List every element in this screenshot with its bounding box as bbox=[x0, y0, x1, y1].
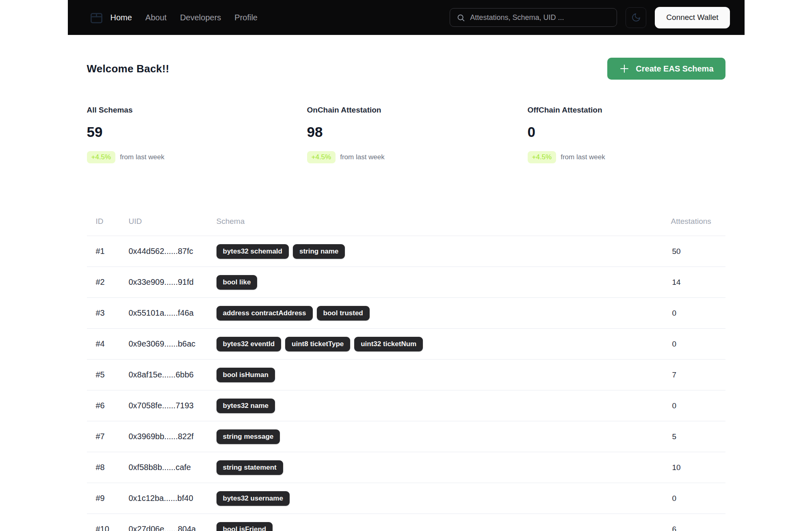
create-eas-schema-button[interactable]: Create EAS Schema bbox=[607, 58, 725, 80]
row-attestations: 0 bbox=[671, 340, 725, 349]
row-schema: bool like bbox=[217, 275, 671, 290]
stat-change-note: from last week bbox=[340, 153, 385, 161]
stat-label: OffChain Attestation bbox=[528, 106, 725, 115]
schema-pill: bool trusted bbox=[317, 306, 370, 321]
nav-right: Connect Wallet bbox=[450, 7, 730, 28]
row-schema: bytes32 name bbox=[217, 399, 671, 413]
navbar: HomeAboutDevelopersProfile Connect Walle… bbox=[68, 0, 745, 35]
row-uid: 0x1c12ba......bf40 bbox=[129, 494, 217, 503]
row-attestations: 14 bbox=[671, 278, 725, 287]
page-header: Welcome Back!! Create EAS Schema bbox=[87, 58, 725, 80]
schema-pill: bytes32 eventId bbox=[217, 337, 281, 351]
row-schema: bytes32 schemaIdstring name bbox=[217, 244, 671, 259]
row-id: #9 bbox=[96, 494, 129, 503]
plus-icon bbox=[619, 63, 630, 74]
table-row[interactable]: #90x1c12ba......bf40bytes32 username0 bbox=[87, 483, 725, 514]
stat-footer: +4.5%from last week bbox=[528, 151, 725, 163]
nav-links: HomeAboutDevelopersProfile bbox=[110, 13, 258, 22]
row-attestations: 10 bbox=[671, 463, 725, 472]
row-id: #1 bbox=[96, 247, 129, 256]
schema-pill: bool isHuman bbox=[217, 368, 275, 382]
nav-link-profile[interactable]: Profile bbox=[234, 13, 258, 22]
schema-pill: bytes32 username bbox=[217, 491, 290, 506]
row-attestations: 0 bbox=[671, 309, 725, 318]
brand-logo[interactable] bbox=[89, 10, 104, 25]
stat-value: 98 bbox=[307, 124, 528, 140]
stat-change-note: from last week bbox=[120, 153, 165, 161]
nav-link-home[interactable]: Home bbox=[110, 13, 132, 22]
schemas-table: ID UID Schema Attestations #10x44d562...… bbox=[87, 217, 725, 531]
row-schema: bool isFriend bbox=[217, 522, 671, 531]
row-attestations: 6 bbox=[671, 525, 725, 531]
search-input[interactable] bbox=[470, 13, 610, 22]
row-id: #8 bbox=[96, 463, 129, 472]
row-schema: bool isHuman bbox=[217, 368, 671, 382]
row-uid: 0x7058fe......7193 bbox=[129, 401, 217, 410]
row-id: #2 bbox=[96, 277, 129, 287]
row-id: #6 bbox=[96, 401, 129, 410]
table-row[interactable]: #80xf58b8b......cafestring statement10 bbox=[87, 452, 725, 483]
row-schema: bytes32 username bbox=[217, 491, 671, 506]
row-schema: address contractAddressbool trusted bbox=[217, 306, 671, 321]
create-eas-schema-label: Create EAS Schema bbox=[636, 64, 713, 74]
row-schema: string statement bbox=[217, 460, 671, 475]
nav-link-developers[interactable]: Developers bbox=[180, 13, 221, 22]
row-uid: 0x44d562......87fc bbox=[129, 247, 217, 256]
row-uid: 0xf58b8b......cafe bbox=[129, 463, 217, 472]
table-row[interactable]: #60x7058fe......7193bytes32 name0 bbox=[87, 390, 725, 421]
stat-change-badge: +4.5% bbox=[307, 151, 336, 163]
stat-change-badge: +4.5% bbox=[528, 151, 556, 163]
row-uid: 0x9e3069......b6ac bbox=[129, 339, 217, 349]
row-schema: string message bbox=[217, 429, 671, 444]
row-schema: bytes32 eventIduint8 ticketTypeuint32 ti… bbox=[217, 337, 671, 351]
column-header-id: ID bbox=[96, 217, 129, 226]
table-row[interactable]: #70x3969bb......822fstring message5 bbox=[87, 421, 725, 452]
row-attestations: 0 bbox=[671, 401, 725, 410]
stat-card-2: OffChain Attestation0+4.5%from last week bbox=[528, 106, 725, 163]
connect-wallet-button[interactable]: Connect Wallet bbox=[655, 7, 730, 28]
row-uid: 0x3969bb......822f bbox=[129, 432, 217, 441]
table-row[interactable]: #30x55101a......f46aaddress contractAddr… bbox=[87, 298, 725, 329]
moon-icon bbox=[631, 13, 641, 22]
schema-pill: bool isFriend bbox=[217, 522, 273, 531]
table-row[interactable]: #100x27d06e......804abool isFriend6 bbox=[87, 514, 725, 531]
schema-pill: string name bbox=[293, 244, 345, 259]
nav-link-about[interactable]: About bbox=[145, 13, 167, 22]
stat-label: OnChain Attestation bbox=[307, 106, 528, 115]
package-icon bbox=[89, 10, 104, 25]
stat-card-1: OnChain Attestation98+4.5%from last week bbox=[307, 106, 528, 163]
stat-change-note: from last week bbox=[561, 153, 605, 161]
search-icon bbox=[457, 13, 465, 22]
table-row[interactable]: #20x33e909......91fdbool like14 bbox=[87, 267, 725, 298]
row-uid: 0x33e909......91fd bbox=[129, 277, 217, 287]
stat-footer: +4.5%from last week bbox=[307, 151, 528, 163]
theme-toggle-button[interactable] bbox=[626, 7, 646, 28]
table-row[interactable]: #50x8af15e......6bb6bool isHuman7 bbox=[87, 360, 725, 390]
stat-value: 0 bbox=[528, 124, 725, 140]
stat-change-badge: +4.5% bbox=[87, 151, 116, 163]
schema-pill: address contractAddress bbox=[217, 306, 313, 321]
row-attestations: 50 bbox=[671, 247, 725, 256]
table-body: #10x44d562......87fcbytes32 schemaIdstri… bbox=[87, 236, 725, 531]
row-uid: 0x55101a......f46a bbox=[129, 308, 217, 318]
stat-footer: +4.5%from last week bbox=[87, 151, 307, 163]
row-id: #10 bbox=[96, 524, 129, 531]
schema-pill: bytes32 schemaId bbox=[217, 244, 289, 259]
table-header: ID UID Schema Attestations bbox=[87, 217, 725, 236]
schema-pill: bytes32 name bbox=[217, 399, 275, 413]
row-id: #3 bbox=[96, 308, 129, 318]
schema-pill: string statement bbox=[217, 460, 283, 475]
search-box[interactable] bbox=[450, 8, 617, 27]
row-attestations: 5 bbox=[671, 432, 725, 441]
column-header-schema: Schema bbox=[217, 217, 671, 226]
schema-pill: bool like bbox=[217, 275, 258, 290]
row-attestations: 0 bbox=[671, 494, 725, 503]
column-header-attestations: Attestations bbox=[671, 217, 725, 226]
column-header-uid: UID bbox=[129, 217, 217, 226]
stats-row: All Schemas59+4.5%from last weekOnChain … bbox=[87, 106, 725, 163]
table-row[interactable]: #10x44d562......87fcbytes32 schemaIdstri… bbox=[87, 236, 725, 267]
row-uid: 0x8af15e......6bb6 bbox=[129, 370, 217, 379]
stat-value: 59 bbox=[87, 124, 307, 140]
row-uid: 0x27d06e......804a bbox=[129, 524, 217, 531]
table-row[interactable]: #40x9e3069......b6acbytes32 eventIduint8… bbox=[87, 329, 725, 360]
